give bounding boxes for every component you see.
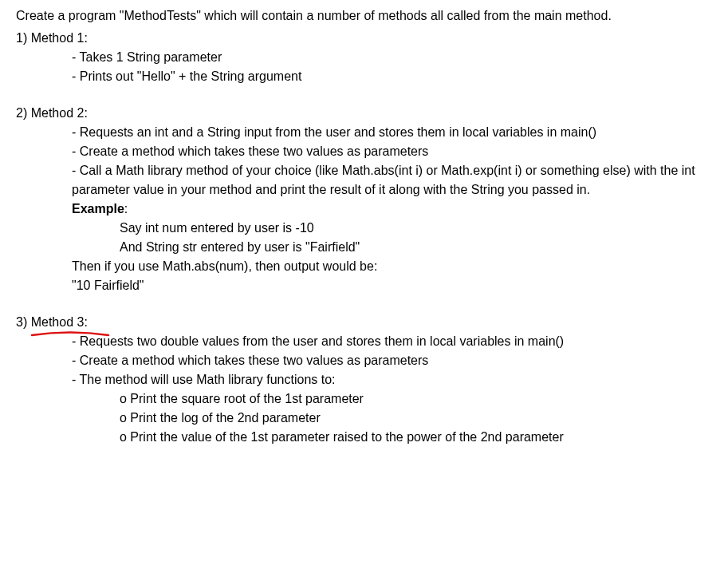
method2-line2: - Create a method which takes these two … [72,142,712,161]
method3-line3: - The method will use Math library funct… [72,370,712,389]
method3-line2: - Create a method which takes these two … [72,351,712,370]
method1-line1: - Takes 1 String parameter [72,48,712,67]
intro-text: Create a program "MethodTests" which wil… [16,6,712,26]
method1-line2: - Prints out "Hello" + the String argume… [72,67,712,86]
method2-line1: - Requests an int and a String input fro… [72,123,712,142]
method2-example-line4: "10 Fairfield" [72,276,712,295]
example-bold: Example [72,202,124,215]
method2-line3: - Call a Math library method of your cho… [72,161,712,200]
method2-example-line3: Then if you use Math.abs(num), then outp… [72,257,712,276]
method3-header-wrapper: 3) Method 3: [16,313,712,332]
method3-header: 3) Method 3: [16,315,88,329]
example-colon: : [124,202,128,215]
method3-header-inner: 3) Method 3: [16,313,88,332]
method1-header: 1) Method 1: [16,29,712,48]
method2-example-label: Example: [72,200,712,219]
method3-sub3: o Print the value of the 1st parameter r… [120,428,712,447]
method2-header: 2) Method 2: [16,104,712,123]
method3-line1: - Requests two double values from the us… [72,332,712,351]
method2-example-line1: Say int num entered by user is -10 [120,219,712,238]
method3-sub2: o Print the log of the 2nd parameter [120,409,712,428]
method3-sub1: o Print the square root of the 1st param… [120,389,712,409]
method2-example-line2: And String str entered by user is "Fairf… [120,238,712,257]
